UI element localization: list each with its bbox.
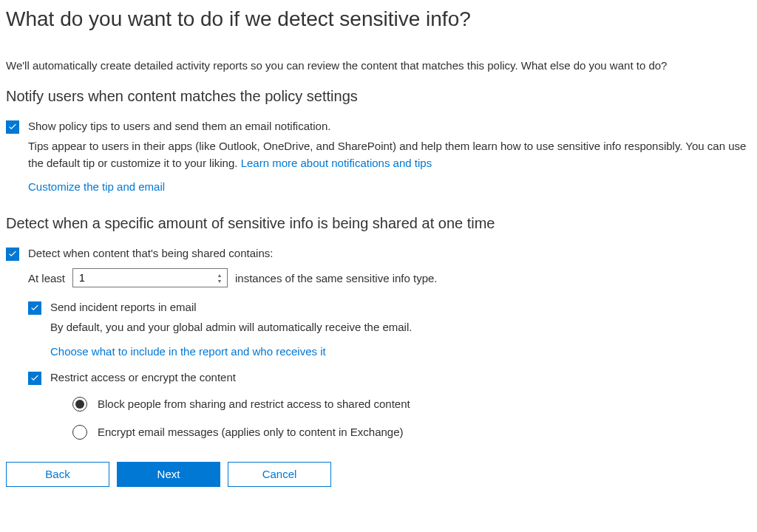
instances-spinner[interactable]: ▲ ▼: [214, 272, 225, 284]
learn-more-notifications-link[interactable]: Learn more about notifications and tips: [241, 157, 432, 169]
restrict-access-checkbox[interactable]: [28, 372, 41, 385]
back-button[interactable]: Back: [6, 462, 109, 487]
spinner-up-icon[interactable]: ▲: [214, 272, 225, 278]
detect-content-checkbox[interactable]: [6, 248, 19, 261]
section-detect-title: Detect when a specific amount of sensiti…: [6, 215, 751, 232]
encrypt-email-label: Encrypt email messages (applies only to …: [98, 426, 404, 438]
instances-suffix-label: instances of the same sensitive info typ…: [235, 272, 437, 284]
next-button[interactable]: Next: [117, 462, 220, 487]
instances-input[interactable]: [72, 268, 228, 287]
send-incident-reports-label: Send incident reports in email: [50, 301, 197, 313]
section-notify-title: Notify users when content matches the po…: [6, 88, 751, 105]
incident-subtext: By default, you and your global admin wi…: [50, 319, 751, 336]
detect-content-label: Detect when content that's being shared …: [28, 247, 273, 259]
send-incident-reports-checkbox[interactable]: [28, 301, 41, 315]
policy-tips-subtext: Tips appear to users in their apps (like…: [28, 138, 751, 171]
show-policy-tips-label: Show policy tips to users and send them …: [28, 120, 330, 132]
intro-text: We'll automatically create detailed acti…: [6, 59, 751, 72]
show-policy-tips-checkbox[interactable]: [6, 120, 19, 134]
customize-tip-email-link[interactable]: Customize the tip and email: [28, 180, 165, 193]
cancel-button[interactable]: Cancel: [228, 462, 331, 487]
restrict-access-label: Restrict access or encrypt the content: [50, 371, 236, 383]
block-sharing-radio[interactable]: [72, 397, 87, 412]
page-heading: What do you want to do if we detect sens…: [6, 7, 751, 31]
choose-report-link[interactable]: Choose what to include in the report and…: [50, 345, 326, 358]
block-sharing-label: Block people from sharing and restrict a…: [98, 398, 410, 410]
at-least-label: At least: [28, 272, 65, 284]
encrypt-email-radio[interactable]: [72, 425, 87, 440]
spinner-down-icon[interactable]: ▼: [214, 278, 225, 284]
